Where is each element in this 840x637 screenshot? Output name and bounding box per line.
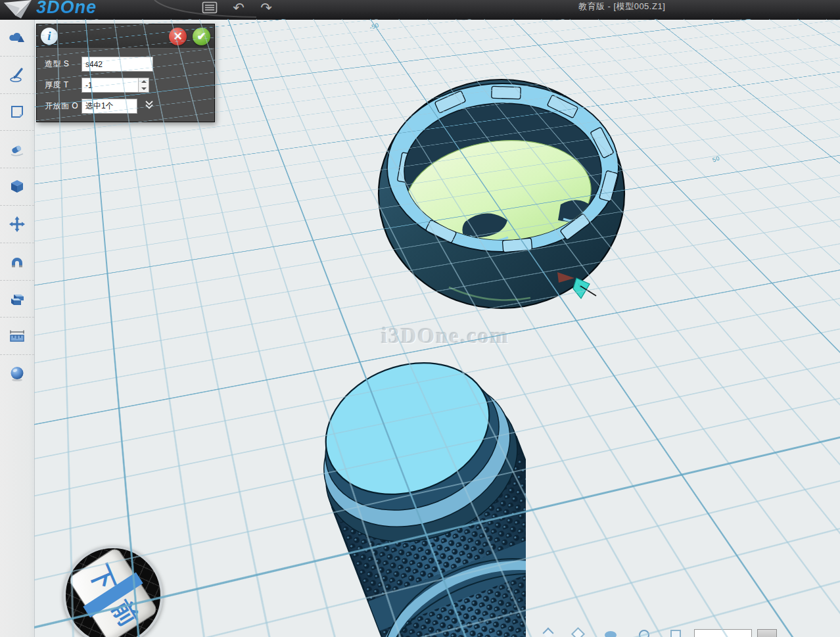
redo-icon[interactable]: ↷ (258, 0, 275, 16)
window-title: 教育版 - [模型005.Z1] (578, 1, 665, 12)
chevron-icon[interactable] (543, 628, 554, 637)
top-toolbar: 3DOne ↶ ↷ 教育版 - [模型005.Z1] (0, 0, 840, 20)
material-sphere-icon (7, 364, 27, 383)
view-cube-body[interactable]: 下 前 (67, 546, 159, 637)
sidebar-item-measure[interactable] (0, 318, 34, 355)
thickness-spinner[interactable] (138, 78, 149, 92)
cube-icon[interactable] (571, 627, 585, 637)
double-chevron-down-icon[interactable] (144, 100, 154, 112)
app-logo-text: 3DOne (36, 0, 97, 16)
display-icon[interactable] (670, 630, 681, 637)
sketch-plane-icon (7, 103, 27, 121)
dialog-header: i ✕ ✔ (37, 24, 214, 49)
view-dropdown[interactable] (694, 629, 752, 637)
open-face-field[interactable] (82, 99, 137, 114)
shape-field-label: 造型 S (45, 59, 82, 70)
undo-icon[interactable]: ↶ (230, 0, 247, 16)
save-icon[interactable] (201, 0, 218, 16)
confirm-button[interactable]: ✔ (193, 28, 210, 45)
spinner-up-icon[interactable] (139, 78, 149, 85)
3done-app-window: { "app": { "logo_text": "3DOne", "window… (0, 0, 840, 637)
shape-field[interactable] (82, 57, 153, 72)
move-icon (7, 215, 27, 233)
sidebar-item-surface[interactable] (0, 94, 34, 131)
sidebar-item-assembly[interactable] (0, 243, 34, 281)
combine-icon (7, 289, 27, 308)
sidebar-item-import-library[interactable] (0, 19, 34, 57)
view-cube[interactable]: 下 前 (63, 546, 163, 637)
dropdown-button[interactable] (757, 629, 777, 637)
sidebar-item-move[interactable] (0, 206, 34, 243)
dialog-body: 造型 S 厚度 T 开放面 O (37, 49, 214, 122)
sidebar-item-primitive[interactable] (0, 168, 34, 206)
magnet-assembly-icon (7, 252, 27, 271)
tool-sidebar (0, 19, 35, 637)
sphere-icon[interactable] (605, 631, 617, 637)
sidebar-item-deform[interactable] (0, 131, 34, 168)
primitive-cube-icon (7, 177, 27, 196)
sidebar-item-combine[interactable] (0, 281, 34, 318)
sidebar-item-material[interactable] (0, 355, 34, 392)
sidebar-item-sketch[interactable] (0, 57, 34, 94)
orbit-icon[interactable] (639, 630, 649, 637)
open-face-field-label: 开放面 O (45, 101, 82, 112)
knurled-body-model (217, 355, 526, 637)
spinner-down-icon[interactable] (139, 85, 149, 93)
watermark: i3DOne.com (381, 324, 509, 348)
cancel-button[interactable]: ✕ (169, 28, 187, 45)
shell-dialog: i ✕ ✔ 造型 S 厚度 T 开放面 O (36, 24, 215, 122)
shell-direction-arrow (573, 278, 590, 298)
sketch-pen-icon (7, 66, 27, 84)
scalloped-cap-model (371, 69, 641, 319)
info-icon: i (41, 28, 58, 45)
measure-icon (7, 327, 27, 345)
app-logo-icon (1, 0, 35, 20)
bottom-toolbar (0, 627, 840, 637)
import-library-icon (7, 28, 27, 47)
deform-icon (7, 140, 27, 158)
thickness-field-label: 厚度 T (45, 80, 82, 91)
